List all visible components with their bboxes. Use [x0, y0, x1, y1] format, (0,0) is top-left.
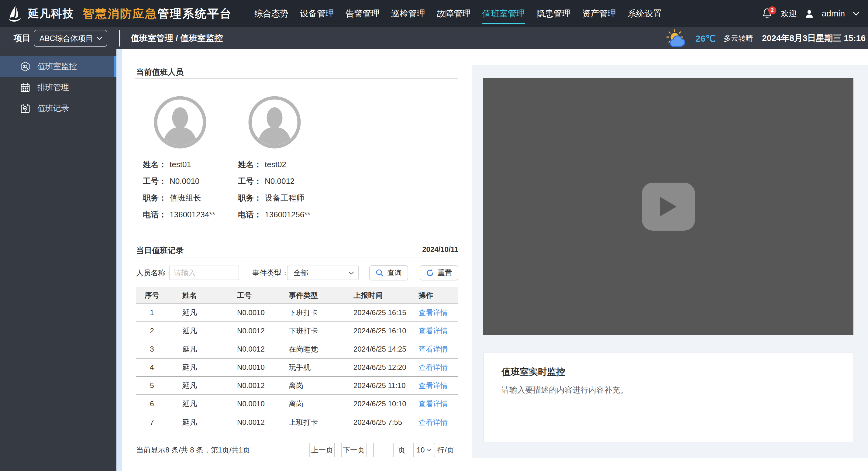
page-size-value: 10	[417, 446, 425, 454]
per-page-label: 行/页	[437, 443, 454, 457]
username-label[interactable]: admin	[822, 9, 845, 19]
role-label: 职务：	[143, 193, 166, 203]
view-details-link[interactable]: 查看详情	[418, 381, 458, 390]
role-value: 值班组长	[169, 193, 201, 203]
nav-item-faults[interactable]: 故障管理	[437, 6, 471, 21]
event-type-filter-label: 事件类型：	[252, 265, 289, 280]
records-date: 2024/10/11	[398, 245, 458, 254]
cell-id: N0.0010	[237, 400, 289, 408]
cell-name: 延凡	[168, 326, 237, 336]
cell-event: 下班打卡	[289, 326, 353, 336]
name-label: 姓名：	[238, 159, 262, 170]
chevron-down-icon[interactable]	[853, 11, 860, 16]
weather-condition: 多云转晴	[724, 33, 753, 43]
product-name-highlight: 智慧消防应急	[83, 6, 157, 22]
id-label: 工号：	[143, 176, 166, 187]
duty-persons-title: 当前值班人员	[136, 67, 184, 77]
page-size-select[interactable]: 10	[413, 443, 435, 457]
cell-id: N0.0010	[237, 308, 289, 317]
top-navigation: 综合态势 设备管理 告警管理 巡检管理 故障管理 值班室管理 隐患管理 资产管理…	[254, 0, 662, 27]
event-type-select[interactable]: 全部	[287, 265, 359, 280]
sidebar-item-duty-records[interactable]: 值班记录	[0, 98, 116, 119]
nav-item-duty-room[interactable]: 值班室管理	[482, 6, 525, 21]
cell-event: 离岗	[289, 399, 353, 409]
cell-id: N0.0010	[237, 363, 289, 372]
cell-no: 6	[136, 400, 168, 408]
nav-item-devices[interactable]: 设备管理	[300, 6, 334, 21]
brand: 延凡科技 智慧消防应急 管理系统平台	[7, 0, 232, 27]
view-details-link[interactable]: 查看详情	[418, 363, 458, 372]
cell-event: 在岗睡觉	[289, 344, 353, 354]
cell-name: 延凡	[168, 417, 237, 427]
sidebar-item-label: 值班室监控	[37, 61, 77, 72]
nav-item-alarms[interactable]: 告警管理	[346, 6, 380, 21]
person-avatar	[248, 96, 301, 149]
table-header-row: 序号 姓名 工号 事件类型 上报时间 操作	[136, 287, 458, 304]
monitor-info-card: 值班室实时监控 请输入要描述的内容进行内容补充。	[483, 352, 854, 442]
next-page-button[interactable]: 下一页	[341, 443, 367, 457]
name-label: 姓名：	[143, 159, 166, 170]
id-value: N0.0010	[169, 177, 199, 186]
cell-id: N0.0012	[237, 345, 289, 353]
cell-id: N0.0012	[237, 418, 289, 427]
duty-records-table: 序号 姓名 工号 事件类型 上报时间 操作 1 延凡 N0.0010 下班打卡 …	[136, 287, 458, 432]
top-header: 延凡科技 智慧消防应急 管理系统平台 综合态势 设备管理 告警管理 巡检管理 故…	[0, 0, 868, 27]
nav-item-settings[interactable]: 系统设置	[628, 6, 662, 21]
sidebar-item-label: 值班记录	[37, 103, 69, 114]
person-name-filter-label: 人员名称：	[136, 265, 173, 280]
sidebar-item-label: 排班管理	[37, 82, 69, 93]
temperature-value: 26℃	[695, 33, 716, 44]
col-header-time: 上报时间	[353, 290, 418, 300]
app-window: 延凡科技 智慧消防应急 管理系统平台 综合态势 设备管理 告警管理 巡检管理 故…	[0, 0, 868, 471]
company-name: 延凡科技	[28, 6, 74, 21]
vertical-scrollbar[interactable]	[116, 49, 122, 471]
play-icon	[659, 196, 678, 217]
notification-bell-button[interactable]: 2	[762, 8, 773, 20]
person-name-input[interactable]	[169, 265, 239, 280]
reset-button[interactable]: 重置	[420, 265, 458, 280]
play-button[interactable]	[642, 183, 695, 231]
cell-name: 延凡	[168, 381, 237, 390]
view-details-link[interactable]: 查看详情	[418, 417, 458, 427]
page-suffix-label: 页	[398, 443, 405, 457]
nav-item-inspection[interactable]: 巡检管理	[391, 6, 425, 21]
cell-no: 3	[136, 345, 168, 353]
view-details-link[interactable]: 查看详情	[418, 344, 458, 354]
project-select[interactable]: ABC综合体项目	[34, 30, 107, 47]
monitor-video-player[interactable]	[483, 78, 854, 335]
view-details-link[interactable]: 查看详情	[418, 326, 458, 336]
page-number-input[interactable]	[373, 443, 394, 457]
col-header-event: 事件类型	[289, 290, 353, 300]
search-button[interactable]: 查询	[369, 265, 408, 280]
section-divider	[135, 257, 458, 257]
view-details-link[interactable]: 查看详情	[418, 399, 458, 409]
cell-no: 1	[136, 308, 168, 317]
vertical-divider	[119, 30, 120, 46]
cell-time: 2024/6/25 10:10	[353, 400, 418, 408]
role-label: 职务：	[238, 193, 262, 203]
nav-item-hazards[interactable]: 隐患管理	[536, 6, 570, 21]
prev-page-button[interactable]: 上一页	[309, 443, 335, 457]
table-row: 2 延凡 N0.0012 下班打卡 2024/6/25 16:10 查看详情	[136, 322, 458, 340]
datetime-label: 2024年8月3日星期三 15:16	[762, 33, 866, 44]
cell-no: 7	[136, 418, 168, 427]
calendar-icon	[20, 82, 30, 93]
cell-time: 2024/6/25 14:25	[353, 345, 418, 353]
view-details-link[interactable]: 查看详情	[418, 308, 458, 318]
table-row: 7 延凡 N0.0012 上班打卡 2024/6/25 7:55 查看详情	[136, 413, 458, 432]
cell-time: 2024/6/25 16:15	[353, 308, 418, 317]
sidebar-item-duty-room-monitor[interactable]: 值班室监控	[0, 56, 116, 77]
cell-name: 延凡	[168, 308, 237, 318]
main-content: 当前值班人员 姓名：test01 工号：N0.0010 职务：值班组长 电话：1…	[122, 49, 868, 471]
cell-name: 延凡	[168, 344, 237, 354]
cell-event: 离岗	[289, 381, 353, 390]
name-value: test02	[265, 160, 286, 169]
cell-event: 玩手机	[289, 363, 353, 372]
nav-item-assets[interactable]: 资产管理	[582, 6, 616, 21]
phone-value: 136001234**	[169, 210, 215, 219]
user-avatar-icon[interactable]	[805, 9, 814, 18]
nav-item-overview[interactable]: 综合态势	[254, 6, 288, 21]
notification-badge: 2	[768, 6, 776, 14]
search-button-label: 查询	[387, 268, 402, 278]
sidebar-item-shift-management[interactable]: 排班管理	[0, 77, 116, 98]
